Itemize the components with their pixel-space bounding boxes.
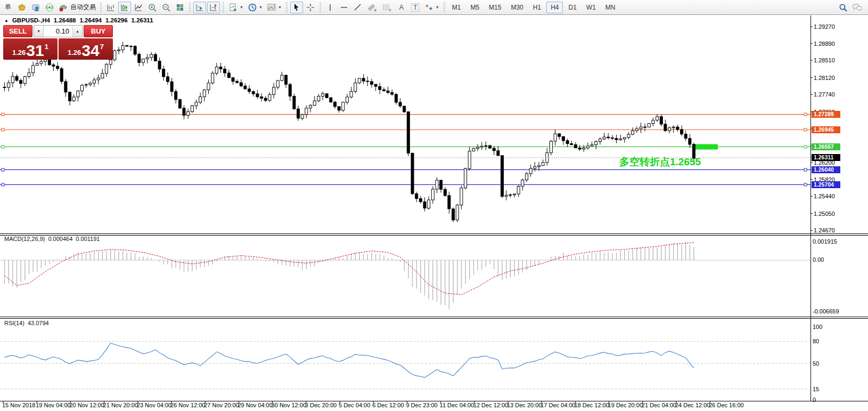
price-line-label: 1.27289: [812, 111, 840, 118]
timeframe-h1-button[interactable]: H1: [529, 2, 545, 13]
time-tick-label: 6 Dec 12:00: [372, 402, 404, 408]
price-line-label: 1.25704: [812, 181, 840, 188]
time-tick-label: 30 Nov 12:00: [272, 402, 306, 408]
timeframe-m1-button[interactable]: M1: [448, 2, 465, 13]
indicators-button[interactable]: ▼: [227, 2, 245, 13]
panel-separator[interactable]: [0, 233, 868, 234]
time-tick-label: 3 Dec 20:00: [305, 402, 337, 408]
toolbar-separator: [189, 2, 191, 13]
time-tick-label: 26 Nov 12:00: [170, 402, 205, 408]
macd-min-label: -0.006659: [813, 308, 839, 315]
chart-canvas[interactable]: [0, 15, 868, 411]
auto-scroll-button[interactable]: [193, 2, 206, 13]
sell-price-sup: 1: [45, 43, 48, 51]
sell-price-small: 1.26: [12, 49, 26, 57]
horizontal-line-button[interactable]: [338, 2, 350, 13]
buy-price-panel[interactable]: 1.26 34 7: [59, 38, 113, 60]
channel-button[interactable]: E: [365, 2, 379, 13]
templates-button[interactable]: ▼: [265, 2, 283, 13]
price-line-label: 1.26945: [812, 126, 840, 133]
rsi-level-label: 15: [813, 386, 819, 392]
collapse-panel-icon[interactable]: ▲: [4, 18, 9, 23]
line-chart-button[interactable]: [132, 2, 145, 13]
time-tick-label: 5 Dec 04:00: [339, 402, 370, 408]
crosshair-button[interactable]: [304, 2, 317, 13]
time-tick-label: 11 Dec 04:00: [440, 402, 474, 408]
time-tick-label: 18 Dec 12:00: [574, 402, 609, 408]
text-button[interactable]: A: [395, 2, 408, 13]
high-value: 1.26494: [79, 17, 102, 23]
vertical-line-button[interactable]: [324, 2, 337, 13]
time-tick-label: 19 Dec 20:00: [608, 402, 643, 408]
price-tick-label: 1.28890: [814, 41, 835, 47]
sell-price-panel[interactable]: 1.26 31 1: [3, 38, 58, 60]
volume-increase-button[interactable]: ▲: [72, 26, 82, 37]
candlestick-button[interactable]: [118, 2, 131, 13]
price-tick-label: 1.29270: [814, 23, 835, 30]
sell-button[interactable]: SELL: [3, 25, 32, 37]
signals-icon[interactable]: [43, 2, 56, 13]
toolbar-separator: [100, 2, 102, 13]
buy-price-small: 1.26: [68, 49, 81, 57]
toolbar-separator: [286, 2, 288, 13]
volume-input[interactable]: 0.10: [44, 26, 72, 37]
cursor-button[interactable]: [290, 2, 303, 13]
panel-separator[interactable]: [0, 318, 868, 319]
price-tick-label: 1.24670: [814, 227, 835, 233]
macd-name: MACD(12,26,9): [4, 236, 45, 242]
one-click-trading-panel: SELL ▼ 0.10 ▲ BUY 1.26 31 1 1.26 34 7: [3, 25, 113, 60]
chart-shift-button[interactable]: [207, 2, 220, 13]
text-label-button[interactable]: T: [409, 2, 422, 13]
price-tick-label: 1.28510: [814, 57, 835, 63]
panel-separator[interactable]: [0, 235, 868, 236]
timeframe-m5-button[interactable]: M5: [466, 2, 484, 13]
fibo-sub-label: F: [389, 9, 391, 12]
time-tick-label: 29 Nov 04:00: [238, 402, 272, 408]
buy-button[interactable]: BUY: [84, 25, 113, 37]
new-order-label: 单: [5, 3, 11, 12]
timeframe-m15-button[interactable]: M15: [485, 2, 505, 13]
autotrading-button[interactable]: 自动交易: [57, 2, 97, 13]
price-line-label: 1.26040: [812, 166, 840, 173]
panel-separator[interactable]: [0, 317, 868, 317]
timeframe-h4-button[interactable]: H4: [546, 2, 563, 13]
search-icon[interactable]: [837, 2, 849, 13]
timeframe-mn-button[interactable]: MN: [601, 2, 620, 13]
trendline-button[interactable]: [351, 2, 364, 13]
time-tick-label: 15 Nov 2018: [2, 402, 35, 408]
volume-decrease-button[interactable]: ▼: [34, 26, 44, 37]
chart-window[interactable]: ▲ GBPUSD-,H4 1.26488 1.26494 1.26296 1.2…: [0, 15, 868, 411]
channel-sub-label: E: [374, 9, 376, 12]
chat-icon[interactable]: [850, 2, 864, 13]
profile-icon[interactable]: [29, 2, 42, 13]
timeframe-m30-button[interactable]: M30: [506, 2, 527, 13]
time-tick-label: 26 Dec 16:00: [709, 402, 743, 408]
zoom-out-button[interactable]: [160, 2, 173, 13]
time-tick-label: 13 Dec 20:00: [507, 402, 542, 408]
chevron-down-icon: ▼: [278, 5, 282, 9]
time-tick-label: 24 Dec 12:00: [675, 402, 710, 408]
time-tick-label: 9 Dec 23:00: [406, 402, 437, 408]
pivot-annotation[interactable]: 多空转折点1.2655: [619, 155, 701, 169]
periods-button[interactable]: ▼: [246, 2, 264, 13]
textbox-tool-label: T: [411, 3, 419, 12]
close-value: 1.26311: [132, 17, 153, 23]
time-tick-label: 21 Nov 20:00: [103, 402, 138, 408]
tile-windows-button[interactable]: [174, 2, 186, 13]
rsi-value: 43.0794: [28, 320, 49, 326]
wallet-icon[interactable]: [15, 2, 28, 13]
arrows-button[interactable]: ▼: [423, 2, 441, 13]
zoom-in-button[interactable]: [146, 2, 159, 13]
time-tick-label: 19 Nov 04:00: [36, 402, 70, 408]
timeframe-w1-button[interactable]: W1: [582, 2, 600, 13]
rsi-level-label: 50: [813, 360, 819, 367]
price-line-label: 1.26311: [812, 154, 840, 161]
toolbar-separator: [223, 2, 224, 13]
timeframe-d1-button[interactable]: D1: [564, 2, 580, 13]
price-line-label: 1.26557: [812, 143, 840, 150]
time-tick-label: 27 Nov 20:00: [204, 402, 239, 408]
chevron-down-icon: ▼: [240, 5, 243, 9]
fibonacci-button[interactable]: F: [380, 2, 394, 13]
bar-chart-button[interactable]: [104, 2, 117, 13]
new-order-button[interactable]: 单: [2, 2, 14, 13]
